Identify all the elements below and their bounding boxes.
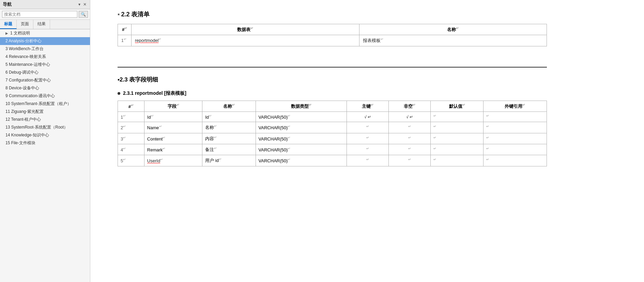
cell-fk: ↵ (483, 133, 547, 144)
detail-row: 1↵ Id↵ Id↵ VARCHAR(50)↵ √ ↵ √ ↵ ↵ ↵ (118, 112, 547, 122)
cell-default: ↵ (431, 133, 484, 144)
sidebar-controls: ▾ ✕ (78, 2, 87, 7)
table-22-wrapper: #↵ 数据表↵ 名称↵ 1↵ reportmodel↵ 报表模板↵ (118, 24, 547, 46)
subsection-231: 2.3.1 reportmodel [报表模板] #↵ 字段↵ 名称↵ 数据类型… (118, 90, 547, 166)
detail-row: 4↵ Remark↵ 备注↵ VARCHAR(50)↵ ↵ ↵ ↵ ↵ (118, 144, 547, 155)
sidebar-item-9[interactable]: 9 Communication-通讯中心 (0, 92, 90, 100)
detail-table-231: #↵ 字段↵ 名称↵ 数据类型↵ 主键↵ 非空↵ 默认值↵ 外键引用↵ 1↵ I… (118, 101, 547, 166)
cell-num: 1↵ (118, 35, 132, 46)
section-23: ▪2.3 表字段明细 2.3.1 reportmodel [报表模板] #↵ 字… (118, 76, 547, 166)
tab-results[interactable]: 结果 (33, 20, 50, 29)
search-input[interactable] (2, 11, 77, 18)
section-23-title: ▪2.3 表字段明细 (118, 76, 547, 84)
cell-fk: ↵ (483, 155, 547, 166)
cell-pk: ↵ (347, 122, 389, 133)
cell-default: ↵ (431, 155, 484, 166)
table-22-header-row: #↵ 数据表↵ 名称↵ (118, 24, 547, 35)
detail-row: 2↵ Name↵ 名称↵ VARCHAR(50)↵ ↵ ↵ ↵ ↵ (118, 122, 547, 133)
col-num: #↵ (118, 101, 144, 112)
cell-type: VARCHAR(50)↵ (256, 144, 347, 155)
sidebar-item-14[interactable]: 14 Knowledge-知识中心 (0, 131, 90, 139)
cell-num: 1↵ (118, 112, 144, 122)
cell-fk: ↵ (483, 144, 547, 155)
nav-list: ▶1 文档说明2 Analysis-分析中心3 WorkBench-工作台4 R… (0, 29, 90, 282)
cell-name: 用户 id↵ (202, 155, 256, 166)
section-22: ▪2.2 表清单 #↵ 数据表↵ 名称↵ 1↵ reportmodel↵ 报表模… (118, 10, 547, 60)
detail-row: 5↵ UserId↵ 用户 id↵ VARCHAR(50)↵ ↵ ↵ ↵ ↵ (118, 155, 547, 166)
sidebar-item-3[interactable]: 3 WorkBench-工作台 (0, 45, 90, 53)
cell-num: 2↵ (118, 122, 144, 133)
col-name: 名称↵ (359, 24, 547, 35)
sidebar-close-btn[interactable]: ✕ (82, 2, 87, 7)
table-name: reportmodel (135, 38, 158, 43)
nav-tabs: 标题 页面 结果 (0, 20, 90, 29)
col-notnull: 非空↵ (389, 101, 431, 112)
col-name: 名称↵ (202, 101, 256, 112)
sidebar-item-15[interactable]: 15 File-文件模块 (0, 139, 90, 147)
cell-pk: ↵ (347, 155, 389, 166)
cell-field: Id↵ (144, 112, 202, 122)
cell-field: Content↵ (144, 133, 202, 144)
col-table: 数据表↵ (132, 24, 359, 35)
sidebar-item-12[interactable]: 12 Tenant-租户中心 (0, 116, 90, 123)
sidebar-minimize-btn[interactable]: ▾ (78, 2, 81, 7)
cell-default: ↵ (431, 144, 484, 155)
col-type: 数据类型↵ (256, 101, 347, 112)
sidebar-header: 导航 ▾ ✕ (0, 0, 90, 9)
sidebar-title: 导航 (3, 1, 12, 8)
section-22-title: ▪2.2 表清单 (118, 10, 547, 18)
col-pk: 主键↵ (347, 101, 389, 112)
cell-fk: ↵ (483, 122, 547, 133)
cell-table: reportmodel↵ (132, 35, 359, 46)
cell-type: VARCHAR(50)↵ (256, 122, 347, 133)
cell-field: UserId↵ (144, 155, 202, 166)
sidebar-item-4[interactable]: 4 Relevance-映射关系 (0, 53, 90, 61)
sidebar-item-5[interactable]: 5 Maintenance-运维中心 (0, 61, 90, 69)
cell-num: 5↵ (118, 155, 144, 166)
col-field: 字段↵ (144, 101, 202, 112)
cell-field: Remark↵ (144, 144, 202, 155)
expand-icon: ▶ (5, 31, 9, 35)
cell-pk: ↵ (347, 133, 389, 144)
cell-name: Id↵ (202, 112, 256, 122)
tab-title[interactable]: 标题 (0, 20, 17, 29)
sidebar-item-13[interactable]: 13 SystemRoot-系统配置（Root） (0, 123, 90, 131)
cell-notnull: ↵ (389, 144, 431, 155)
cell-type: VARCHAR(50)↵ (256, 133, 347, 144)
sidebar-item-2[interactable]: 2 Analysis-分析中心 (0, 37, 90, 45)
cell-type: VARCHAR(50)↵ (256, 155, 347, 166)
sidebar-item-6[interactable]: 6 Debug-调试中心 (0, 69, 90, 76)
detail-row: 3↵ Content↵ 内容↵ VARCHAR(50)↵ ↵ ↵ ↵ ↵ (118, 133, 547, 144)
col-fk: 外键引用↵ (483, 101, 547, 112)
search-button[interactable]: 🔍 (79, 11, 88, 18)
cell-notnull: √ ↵ (389, 112, 431, 122)
cell-fk: ↵ (483, 112, 547, 122)
table-row: 1↵ reportmodel↵ 报表模板↵ (118, 35, 547, 46)
cell-name: 名称↵ (202, 122, 256, 133)
content-area: ▪2.2 表清单 #↵ 数据表↵ 名称↵ 1↵ reportmodel↵ 报表模… (90, 0, 567, 180)
cell-notnull: ↵ (389, 122, 431, 133)
sidebar-item-1[interactable]: ▶1 文档说明 (0, 29, 90, 37)
cell-notnull: ↵ (389, 155, 431, 166)
cell-field: Name↵ (144, 122, 202, 133)
sidebar-item-8[interactable]: 8 Device-设备中心 (0, 84, 90, 92)
tab-page[interactable]: 页面 (17, 20, 33, 29)
cell-name: 内容↵ (202, 133, 256, 144)
detail-header-row: #↵ 字段↵ 名称↵ 数据类型↵ 主键↵ 非空↵ 默认值↵ 外键引用↵ (118, 101, 547, 112)
sidebar-item-10[interactable]: 10 SystemTenant-系统配置（租户） (0, 100, 90, 108)
main-content: ▪2.2 表清单 #↵ 数据表↵ 名称↵ 1↵ reportmodel↵ 报表模… (90, 0, 644, 282)
table-22: #↵ 数据表↵ 名称↵ 1↵ reportmodel↵ 报表模板↵ (118, 24, 547, 46)
col-default: 默认值↵ (431, 101, 484, 112)
bullet-icon (118, 92, 120, 95)
cell-default: ↵ (431, 122, 484, 133)
cell-name: 报表模板↵ (359, 35, 547, 46)
sidebar-item-7[interactable]: 7 Configuration-配置中心 (0, 76, 90, 84)
cell-type: VARCHAR(50)↵ (256, 112, 347, 122)
cell-default: ↵ (431, 112, 484, 122)
sidebar-item-11[interactable]: 11 Ziguang-紫光配置 (0, 108, 90, 116)
sidebar: 导航 ▾ ✕ 🔍 标题 页面 结果 ▶1 文档说明2 Analysis-分析中心… (0, 0, 90, 282)
section-divider (118, 67, 547, 68)
search-bar: 🔍 (0, 9, 90, 20)
cell-pk: ↵ (347, 144, 389, 155)
cell-num: 3↵ (118, 133, 144, 144)
